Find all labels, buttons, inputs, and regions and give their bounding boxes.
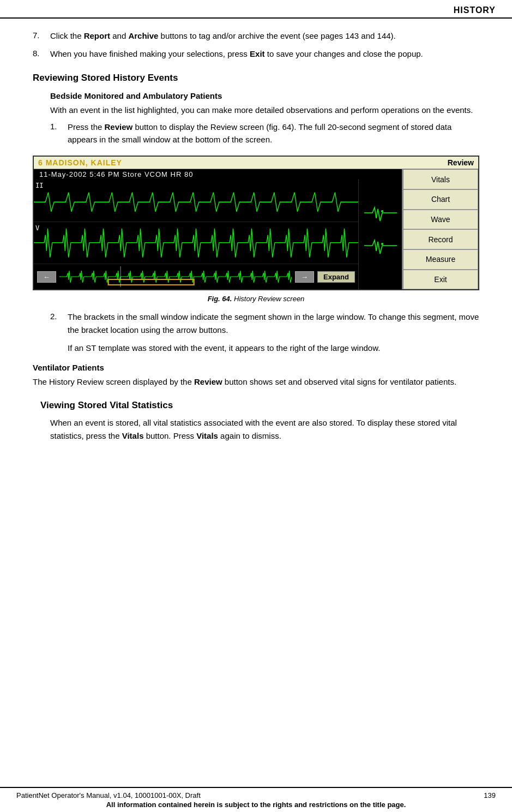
review-label: Review bbox=[448, 158, 474, 167]
step-num-2: 2. bbox=[50, 311, 68, 336]
expand-button[interactable]: Expand bbox=[317, 271, 355, 283]
review-body: 11-May-2002 5:46 PM Store VCOM HR 80 II bbox=[34, 169, 478, 289]
subsection-bedside-heading: Bedside Monitored and Ambulatory Patient… bbox=[50, 91, 479, 100]
step-1: 1. Press the Review button to display th… bbox=[50, 121, 479, 146]
nav-right-button[interactable]: → bbox=[295, 271, 314, 283]
fig-text: History Review screen bbox=[232, 295, 304, 303]
nav-left-button[interactable]: ← bbox=[37, 271, 56, 283]
ecg-waveform-area: II V bbox=[34, 180, 358, 289]
review-header-bar: 6 MADISON, KAILEY Review bbox=[34, 157, 478, 169]
step-2: 2. The brackets in the small window indi… bbox=[50, 311, 479, 336]
subsection-bedside-label: Bedside Monitored and Ambulatory Patient… bbox=[50, 91, 222, 100]
section-reviewing-label: Reviewing Stored History Events bbox=[33, 73, 178, 83]
record-button[interactable]: Record bbox=[403, 229, 478, 249]
footer-left: PatientNet Operator's Manual, v1.04, 100… bbox=[16, 791, 201, 799]
review-info-text: 11-May-2002 5:46 PM Store VCOM HR 80 bbox=[39, 170, 193, 178]
measure-button[interactable]: Measure bbox=[403, 249, 478, 270]
review-bottom-bar: ← bbox=[34, 264, 358, 289]
step-num-8: 8. bbox=[33, 47, 50, 60]
bedside-intro: With an event in the list highlighted, y… bbox=[50, 104, 479, 116]
exit-button[interactable]: Exit bbox=[403, 270, 478, 290]
st-template-area bbox=[358, 180, 402, 289]
wave-button[interactable]: Wave bbox=[403, 210, 478, 230]
vitals-button[interactable]: Vitals bbox=[403, 169, 478, 189]
footer-bottom: All information contained herein is subj… bbox=[16, 801, 496, 809]
footer-right: 139 bbox=[484, 791, 496, 799]
mini-waveform-svg bbox=[59, 266, 292, 287]
step-num-7: 7. bbox=[33, 29, 50, 42]
bedside-intro-text: With an event in the list highlighted, y… bbox=[50, 105, 473, 115]
chart-button[interactable]: Chart bbox=[403, 189, 478, 210]
patient-id: 6 MADISON, KAILEY bbox=[38, 158, 122, 167]
header-title: HISTORY bbox=[454, 5, 496, 15]
viewing-heading-label: Viewing Stored Vital Statistics bbox=[40, 400, 173, 410]
svg-point-3 bbox=[381, 243, 383, 245]
step-text-1: Press the Review button to display the R… bbox=[68, 121, 479, 146]
footer-bottom-text: All information contained herein is subj… bbox=[106, 801, 406, 809]
section-reviewing-heading: Reviewing Stored History Events bbox=[33, 73, 479, 83]
step-text-2: The brackets in the small window indicat… bbox=[68, 311, 479, 336]
bedside-steps: 1. Press the Review button to display th… bbox=[50, 121, 479, 146]
step-text-8: When you have finished making your selec… bbox=[50, 47, 479, 60]
st-template-note: If an ST template was stored with the ev… bbox=[68, 342, 479, 354]
review-info-bar: 11-May-2002 5:46 PM Store VCOM HR 80 bbox=[34, 169, 402, 180]
waveform-svg-1 bbox=[34, 180, 358, 222]
page-header: HISTORY bbox=[0, 0, 512, 19]
viewing-heading: Viewing Stored Vital Statistics bbox=[40, 400, 479, 411]
ventilator-heading: Ventilator Patients bbox=[33, 363, 479, 372]
figure-caption: Fig. 64. History Review screen bbox=[33, 295, 479, 303]
st-template-note-text: If an ST template was stored with the ev… bbox=[68, 343, 380, 353]
review-screen: 6 MADISON, KAILEY Review 11-May-2002 5:4… bbox=[33, 156, 479, 290]
ventilator-heading-label: Ventilator Patients bbox=[33, 363, 104, 372]
waveform-panel: 11-May-2002 5:46 PM Store VCOM HR 80 II bbox=[34, 169, 402, 289]
waveform-row-1: II bbox=[34, 180, 358, 222]
footer-top: PatientNet Operator's Manual, v1.04, 100… bbox=[16, 791, 496, 799]
step-7: 7. Click the Report and Archive buttons … bbox=[33, 29, 479, 42]
fig-bold: Fig. 64. bbox=[208, 295, 232, 303]
waveform-svg-2 bbox=[34, 222, 358, 264]
ventilator-text: The History Review screen displayed by t… bbox=[33, 375, 479, 388]
step-num-1: 1. bbox=[50, 121, 68, 146]
viewing-text: When an event is stored, all vital stati… bbox=[50, 416, 479, 442]
steps-list-1: 7. Click the Report and Archive buttons … bbox=[33, 29, 479, 61]
st-template-svg bbox=[362, 199, 400, 270]
step-8: 8. When you have finished making your se… bbox=[33, 47, 479, 60]
mini-waveform-area bbox=[59, 266, 292, 287]
review-buttons-panel: Vitals Chart Wave Record Measure Exit bbox=[402, 169, 478, 289]
page-footer: PatientNet Operator's Manual, v1.04, 100… bbox=[0, 787, 512, 812]
waveform-row-2: V bbox=[34, 222, 358, 265]
steps-list-2: 2. The brackets in the small window indi… bbox=[50, 311, 479, 336]
step-text-7: Click the Report and Archive buttons to … bbox=[50, 29, 479, 42]
svg-point-2 bbox=[381, 210, 383, 212]
